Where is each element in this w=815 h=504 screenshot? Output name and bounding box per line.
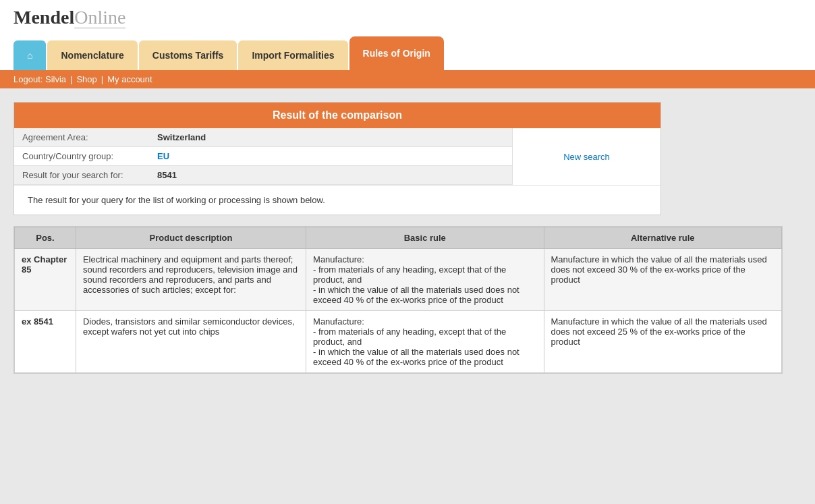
- tab-nomenclature-label: Nomenclature: [61, 50, 123, 61]
- col-pos: Pos.: [15, 227, 76, 249]
- country-value[interactable]: EU: [149, 147, 512, 166]
- country-row: Country/Country group: EU: [14, 147, 512, 166]
- results-table-header: Pos. Product description Basic rule Alte…: [15, 227, 782, 249]
- cell-pos: ex 8541: [15, 311, 76, 373]
- separator-2: |: [101, 74, 103, 84]
- separator-1: |: [70, 74, 72, 84]
- new-search-section: New search: [512, 128, 661, 185]
- col-basic: Basic rule: [306, 227, 544, 249]
- query-text: The result for your query for the list o…: [14, 185, 661, 215]
- cell-basic: Manufacture: - from materials of any hea…: [306, 249, 544, 311]
- nav-tabs: ⌂ Nomenclature Customs Tariffs Import Fo…: [13, 36, 802, 70]
- home-icon: ⌂: [27, 50, 32, 61]
- header: MendelOnline ⌂ Nomenclature Customs Tari…: [0, 0, 815, 70]
- cell-alternative: Manufacture in which the value of all th…: [544, 311, 781, 373]
- search-value: 8541: [149, 166, 512, 185]
- result-card: Result of the comparison Agreement Area:…: [13, 102, 661, 215]
- col-product: Product description: [76, 227, 306, 249]
- cell-pos: ex Chapter 85: [15, 249, 76, 311]
- shop-link[interactable]: Shop: [76, 74, 96, 84]
- cell-product: Electrical machinery and equipment and p…: [76, 249, 306, 311]
- cell-product: Diodes, transistors and similar semicond…: [76, 311, 306, 373]
- header-row: Pos. Product description Basic rule Alte…: [15, 227, 782, 249]
- results-tbody: ex Chapter 85Electrical machinery and eq…: [15, 249, 782, 373]
- results-table: Pos. Product description Basic rule Alte…: [14, 227, 782, 373]
- tab-customs-tariffs-label: Customs Tariffs: [152, 50, 224, 61]
- tab-customs-tariffs[interactable]: Customs Tariffs: [139, 40, 237, 70]
- my-account-link[interactable]: My account: [107, 74, 152, 84]
- tab-rules-of-origin-label: Rules of Origin: [363, 48, 430, 59]
- cell-alternative: Manufacture in which the value of all th…: [544, 249, 781, 311]
- result-title: Result of the comparison: [14, 103, 661, 128]
- agreement-value: Switzerland: [149, 128, 512, 147]
- country-label: Country/Country group:: [14, 147, 149, 166]
- tab-import-formalities-label: Import Formalities: [252, 50, 334, 61]
- main-content: Result of the comparison Agreement Area:…: [0, 88, 815, 387]
- search-label: Result for your search for:: [14, 166, 149, 185]
- tab-import-formalities[interactable]: Import Formalities: [238, 40, 347, 70]
- new-search-button[interactable]: New search: [526, 145, 648, 169]
- table-row: ex 8541Diodes, transistors and similar s…: [15, 311, 782, 373]
- logo-mendel: Mendel: [13, 7, 74, 28]
- user-bar: Logout: Silvia | Shop | My account: [0, 70, 815, 88]
- agreement-label: Agreement Area:: [14, 128, 149, 147]
- table-row: ex Chapter 85Electrical machinery and eq…: [15, 249, 782, 311]
- home-tab[interactable]: ⌂: [13, 40, 46, 70]
- agreement-row: Agreement Area: Switzerland: [14, 128, 512, 147]
- info-table: Agreement Area: Switzerland Country/Coun…: [14, 128, 512, 185]
- cell-basic: Manufacture: - from materials of any hea…: [306, 311, 544, 373]
- tab-rules-of-origin[interactable]: Rules of Origin: [349, 36, 444, 70]
- logout-text: Logout: Silvia: [13, 74, 66, 84]
- col-alternative: Alternative rule: [544, 227, 781, 249]
- tab-nomenclature[interactable]: Nomenclature: [47, 40, 137, 70]
- info-and-new-search: Agreement Area: Switzerland Country/Coun…: [14, 128, 661, 185]
- results-table-container: Pos. Product description Basic rule Alte…: [13, 226, 783, 374]
- logo: MendelOnline: [13, 7, 125, 28]
- logo-online: Online: [74, 7, 125, 28]
- info-section: Agreement Area: Switzerland Country/Coun…: [14, 128, 512, 185]
- search-row: Result for your search for: 8541: [14, 166, 512, 185]
